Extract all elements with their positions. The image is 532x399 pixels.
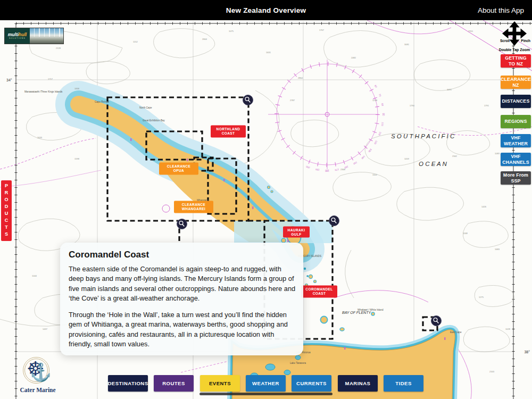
- sidebar-button-label: More From: [503, 172, 528, 178]
- depth-sounding: 3081: [404, 43, 410, 46]
- place-name-label: Manawatawhi /Three Kings Islands: [24, 90, 63, 93]
- depth-sounding: 1767: [319, 29, 325, 31]
- place-name-label: Whakaari / White Island: [358, 309, 384, 311]
- sidebar-button-label: DISTANCES: [502, 98, 530, 104]
- bottom-nav-weather[interactable]: WEATHER: [246, 375, 286, 392]
- region-chip-label: COAST: [313, 292, 326, 295]
- zoom-magnifier-icon[interactable]: [177, 219, 187, 229]
- sidebar-button-label: WEATHER: [504, 141, 528, 147]
- bottom-nav-routes[interactable]: ROUTES: [154, 375, 194, 392]
- popup-paragraph-2: Through the ‘Hole in the Wall’, take a t…: [69, 310, 296, 349]
- depth-sounding: 1838: [74, 87, 80, 90]
- bottom-nav-destinations[interactable]: DESTINATIONS: [108, 375, 148, 392]
- depth-sounding: 1059: [404, 157, 410, 160]
- sidebar-button-label: GETTING: [505, 55, 527, 61]
- place-name-label: North Cape: [139, 106, 152, 109]
- depth-sounding: 1028: [505, 328, 511, 330]
- popup-paragraph-1: The eastern side of the Coromandel is ag…: [69, 264, 296, 303]
- sidebar-button-clearance-nz[interactable]: CLEARANCENZ: [501, 76, 531, 89]
- region-chip-label: WHANGAREI: [182, 207, 205, 211]
- sidebar-button-label: NZ: [512, 82, 519, 88]
- bottom-nav-currents[interactable]: CURRENTS: [292, 375, 331, 392]
- depth-sounding: 2787: [290, 99, 295, 102]
- latitude-label: 38°: [524, 350, 530, 354]
- place-name-label: Lake Tarawera: [290, 362, 306, 364]
- cater-marine-logo: ☸ ⚓ Cater Marine: [15, 357, 61, 393]
- sidebar-button-getting-to-nz[interactable]: GETTINGTO NZ: [501, 54, 531, 68]
- gesture-hint: Scroll Pinch Double Tap Zoom: [497, 21, 532, 52]
- sidebar-button-vhf-channels[interactable]: VHFCHANNELS: [501, 153, 531, 166]
- about-this-app-button[interactable]: About this App: [478, 0, 524, 20]
- home-indicator[interactable]: [200, 393, 332, 395]
- depth-sounding: 1683: [495, 248, 500, 251]
- depth-sounding: 1426: [481, 205, 487, 208]
- bottom-nav-events[interactable]: EVENTS: [200, 375, 240, 392]
- region-info-popup: Coromandel Coast The eastern side of the…: [60, 243, 303, 355]
- bottom-nav-marinas[interactable]: MARINAS: [338, 375, 378, 392]
- sidebar-button-label: VHF: [511, 154, 520, 160]
- multihull-logo-banner[interactable]: multihull SOLUTIONS: [4, 28, 64, 44]
- depth-sounding: 1437: [43, 328, 48, 330]
- zoom-magnifier-icon[interactable]: [431, 316, 442, 326]
- depth-sounding: 1044: [32, 275, 37, 277]
- region-chip-label: OPUA: [173, 169, 184, 172]
- anchor-icon: ⚓: [30, 362, 52, 383]
- depth-sounding: 3091: [447, 88, 452, 91]
- scroll-label: Scroll: [500, 39, 510, 43]
- region-chip-label: HAURAKI: [288, 228, 305, 232]
- multihull-brand-part2: hull: [19, 32, 27, 37]
- map-region-chip-clearance-opua: CLEARANCEOPUA: [159, 163, 198, 175]
- place-name-label: East Cape: [450, 331, 462, 334]
- region-chip-label: GULF: [291, 232, 301, 236]
- depth-sounding: 2342: [452, 155, 458, 157]
- zoom-magnifier-icon[interactable]: [329, 216, 339, 226]
- region-chip-label: COROMANDEL: [305, 287, 332, 291]
- depth-sounding: 1790: [410, 104, 415, 107]
- sidebar-button-distances[interactable]: DISTANCES: [501, 95, 531, 108]
- bottom-nav-tides[interactable]: TIDES: [384, 375, 423, 392]
- region-chip-label: COAST: [222, 131, 235, 135]
- depth-sounding: 1275: [479, 296, 484, 298]
- depth-sounding: 2864: [298, 77, 303, 79]
- multihull-brand-part1: multi: [8, 32, 19, 37]
- sidebar-button-label: CLEARANCE: [501, 77, 531, 82]
- page-title: New Zealand Overview: [226, 6, 306, 14]
- compass-degree-label: 180: [325, 169, 329, 172]
- sidebar-button-more-from-ssp[interactable]: More FromSSP: [501, 171, 531, 185]
- sidebar-button-regions[interactable]: REGIONS: [501, 115, 531, 128]
- multihull-photo: [30, 28, 63, 44]
- depth-sounding: 2310: [468, 30, 473, 32]
- depth-sounding: 1598: [74, 157, 80, 160]
- depth-sounding: 2482: [351, 56, 356, 59]
- multihull-logo-text: multihull SOLUTIONS: [5, 28, 30, 44]
- depth-sounding: 1168: [463, 232, 468, 235]
- region-chip-label: CLEARANCE: [167, 164, 191, 168]
- depth-sounding: 1633: [37, 136, 43, 139]
- map-region-chip-clearance-whangarei: CLEARANCEWHANGAREI: [174, 201, 213, 213]
- depth-sounding: 1631: [266, 51, 271, 54]
- map-region-chip-northland-coast: NORTHLANDCOAST: [211, 126, 246, 138]
- compass-degree-label: 90: [382, 113, 385, 116]
- depth-sounding: 1102: [372, 173, 377, 176]
- popup-title: Coromandel Coast: [69, 250, 296, 260]
- depth-sounding: 2128: [56, 47, 61, 49]
- cater-marine-name: Cater Marine: [15, 387, 61, 393]
- sidebar-button-label: CHANNELS: [502, 160, 529, 165]
- multihull-brand-sub: SOLUTIONS: [9, 37, 26, 39]
- zoom-magnifier-icon[interactable]: [243, 95, 253, 105]
- depth-sounding: 1083: [495, 152, 500, 155]
- sea-name-label: BAY OF PLENTY: [342, 311, 371, 314]
- depth-sounding: 1152: [133, 40, 138, 43]
- top-bar: New Zealand Overview About this App: [0, 0, 532, 20]
- map-region-chip-coromandel-coast: COROMANDELCOAST: [301, 286, 337, 298]
- products-tab[interactable]: PRODUCTS: [1, 180, 12, 241]
- depth-sounding: 2163: [489, 370, 495, 373]
- sidebar-button-vhf-weather[interactable]: VHFWEATHER: [501, 134, 531, 147]
- map-region-chip-hauraki-gulf: HAURAKIGULF: [283, 227, 310, 238]
- place-name-label: Great Exhibition Bay: [143, 119, 165, 122]
- depth-sounding: 1791: [484, 104, 489, 107]
- pinch-label: Pinch: [521, 39, 530, 43]
- place-name-label: Cape Reinga: [95, 101, 109, 103]
- sidebar-button-label: SSP: [511, 178, 520, 184]
- depth-sounding: 1238: [372, 99, 378, 102]
